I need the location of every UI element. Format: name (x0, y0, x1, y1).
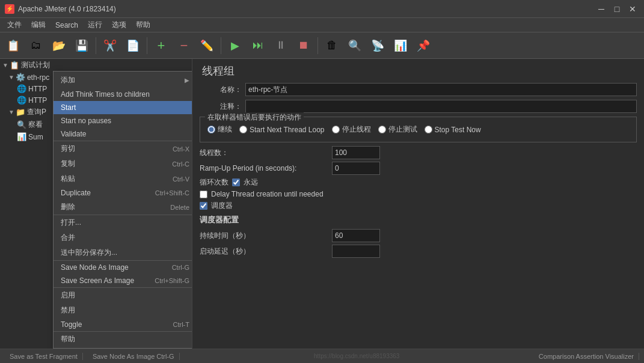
toolbar-add[interactable]: + (150, 35, 172, 56)
ctx-merge[interactable]: 合并 (54, 230, 192, 245)
action-section-title: 在取样器错误后要执行的动作 (205, 112, 304, 123)
radio-next-thread[interactable]: Start Next Thread Loop (239, 126, 325, 134)
tree-icon-http2: 🌐 (17, 96, 26, 105)
thread-count-input[interactable] (332, 146, 380, 159)
toolbar-sep-2 (147, 37, 147, 54)
ctx-open[interactable]: 打开... (54, 215, 192, 230)
status-comparison[interactable]: Comparison Assertion Visualizer (534, 353, 639, 360)
toolbar-open[interactable]: 📂 (48, 35, 70, 56)
ctx-add[interactable]: 添加 ▶ (54, 73, 192, 88)
ctx-copy-shortcut: Ctrl-C (172, 160, 189, 168)
minimize-button[interactable]: ─ (595, 2, 608, 16)
toolbar-save[interactable]: 💾 (71, 35, 93, 56)
ramp-up-input[interactable] (332, 162, 380, 175)
toolbar-remote[interactable]: 📡 (367, 35, 388, 56)
start-delay-label: 启动延迟（秒） (200, 246, 332, 257)
toolbar-search[interactable]: 🔍 (344, 35, 366, 56)
ctx-duplicate[interactable]: Duplicate Ctrl+Shift-C (54, 186, 192, 200)
start-delay-input[interactable] (332, 245, 380, 258)
menu-help[interactable]: 帮助 (131, 19, 155, 31)
toolbar-copy[interactable]: 📄 (122, 35, 144, 56)
ctx-cut-shortcut: Ctrl-X (173, 145, 189, 153)
toolbar-edit[interactable]: ✏️ (196, 35, 218, 56)
status-save-node-image[interactable]: Save Node As Image Ctrl-G (88, 353, 180, 360)
ctx-duplicate-shortcut: Ctrl+Shift-C (155, 189, 189, 197)
name-input[interactable] (245, 83, 637, 96)
menu-options[interactable]: 选项 (107, 19, 131, 31)
ctx-enable[interactable]: 启用 (54, 288, 192, 303)
scheduler-checkbox[interactable] (200, 202, 207, 210)
start-delay-row: 启动延迟（秒） (200, 245, 637, 258)
toolbar-stop[interactable]: ⏸ (270, 35, 292, 56)
comment-input[interactable] (245, 100, 637, 113)
toolbar-remove[interactable]: − (173, 35, 195, 56)
radio-stop-thread[interactable]: 停止线程 (332, 124, 371, 135)
ramp-up-row: Ramp-Up Period (in seconds): (200, 162, 637, 175)
ctx-think-times[interactable]: Add Think Times to children (54, 88, 192, 101)
radio-stop-test-now-input[interactable] (425, 126, 432, 133)
toolbar-new[interactable]: 📋 (2, 35, 24, 56)
main-layout: ▼ 📋 测试计划 ▼ ⚙️ eth-rpc 🌐 HTTP 🌐 HTTP ▼ 📁 … (0, 59, 644, 349)
radio-continue[interactable]: 继续 (207, 124, 232, 135)
ctx-start-nopause[interactable]: Start no pauses (54, 114, 192, 127)
ctx-cut[interactable]: 剪切 Ctrl-X (54, 141, 192, 156)
scheduler-section: 调度器配置 持续时间（秒） 启动延迟（秒） (200, 215, 637, 258)
radio-next-thread-input[interactable] (239, 126, 247, 133)
ctx-delete[interactable]: 删除 Delete (54, 200, 192, 215)
ctx-paste[interactable]: 粘贴 Ctrl-V (54, 171, 192, 186)
ctx-save-node-image-label: Save Node As Image (61, 263, 129, 272)
name-label: 名称： (200, 85, 242, 95)
ctx-copy[interactable]: 复制 Ctrl-C (54, 156, 192, 171)
close-button[interactable]: ✕ (626, 2, 639, 16)
toolbar: 📋 🗂 📂 💾 ✂️ 📄 + − ✏️ ▶ ⏭ ⏸ ⏹ 🗑 🔍 📡 📊 📌 (0, 32, 644, 59)
ctx-toggle[interactable]: Toggle Ctrl-T (54, 318, 192, 332)
ctx-save-screen-image-shortcut: Ctrl+Shift-G (155, 277, 189, 284)
radio-continue-input[interactable] (207, 126, 215, 133)
tree-node-testplan[interactable]: ▼ 📋 测试计划 (0, 59, 192, 72)
ctx-save-node-image-shortcut: Ctrl-G (172, 264, 189, 271)
context-menu: 添加 ▶ Add Think Times to children Start S… (53, 71, 192, 349)
maximize-button[interactable]: □ (610, 2, 624, 16)
radio-stop-test-label: 停止测试 (388, 124, 417, 135)
toolbar-cut[interactable]: ✂️ (99, 35, 121, 56)
tree-toggle-testplan: ▼ (2, 62, 8, 69)
toolbar-start[interactable]: ▶ (224, 35, 246, 56)
ctx-open-label: 打开... (61, 218, 81, 228)
menu-file[interactable]: 文件 (2, 19, 26, 31)
ramp-up-label: Ramp-Up Period (in seconds): (200, 164, 332, 172)
ctx-save-screen-image[interactable]: Save Screen As Image Ctrl+Shift-G (54, 274, 192, 288)
radio-stop-thread-input[interactable] (332, 126, 340, 133)
delay-checkbox[interactable] (200, 191, 207, 198)
status-save-fragment[interactable]: Save as Test Fragment (5, 353, 83, 360)
ctx-disable[interactable]: 禁用 (54, 303, 192, 318)
ctx-save-screen-image-label: Save Screen As Image (61, 276, 134, 285)
menu-search[interactable]: Search (51, 20, 83, 31)
duration-input[interactable] (332, 229, 380, 242)
toolbar-shutdown[interactable]: ⏹ (293, 35, 314, 56)
toolbar-clear[interactable]: 🗑 (321, 35, 343, 56)
ctx-toggle-label: Toggle (61, 320, 82, 329)
toolbar-pin[interactable]: 📌 (412, 35, 434, 56)
toolbar-template[interactable]: 🗂 (25, 35, 47, 56)
ctx-validate[interactable]: Validate (54, 127, 192, 141)
ctx-help[interactable]: 帮助 (54, 332, 192, 347)
action-section: 在取样器错误后要执行的动作 继续 Start Next Thread Loop … (200, 117, 637, 142)
tree-label-http1: HTTP (28, 85, 47, 93)
menu-edit[interactable]: 编辑 (26, 19, 51, 31)
toolbar-report[interactable]: 📊 (390, 35, 411, 56)
name-row: 名称： (200, 83, 637, 96)
radio-stop-test[interactable]: 停止测试 (378, 124, 417, 135)
radio-stop-test-now[interactable]: Stop Test Now (425, 126, 481, 134)
ctx-save-node-image[interactable]: Save Node As Image Ctrl-G (54, 261, 192, 274)
radio-stop-test-input[interactable] (378, 126, 386, 133)
forever-checkbox[interactable] (232, 178, 240, 186)
ctx-save-selected[interactable]: 送中部分保存为... (54, 245, 192, 261)
tree-icon-ethrpc: ⚙️ (16, 73, 25, 82)
ctx-start[interactable]: Start (54, 101, 192, 114)
app-icon: ⚡ (5, 4, 14, 14)
menu-run[interactable]: 运行 (83, 19, 107, 31)
scheduler-label: 调度器 (211, 201, 233, 211)
duration-row: 持续时间（秒） (200, 229, 637, 242)
toolbar-start-nopause[interactable]: ⏭ (247, 35, 269, 56)
ctx-enable-label: 启用 (61, 290, 75, 300)
